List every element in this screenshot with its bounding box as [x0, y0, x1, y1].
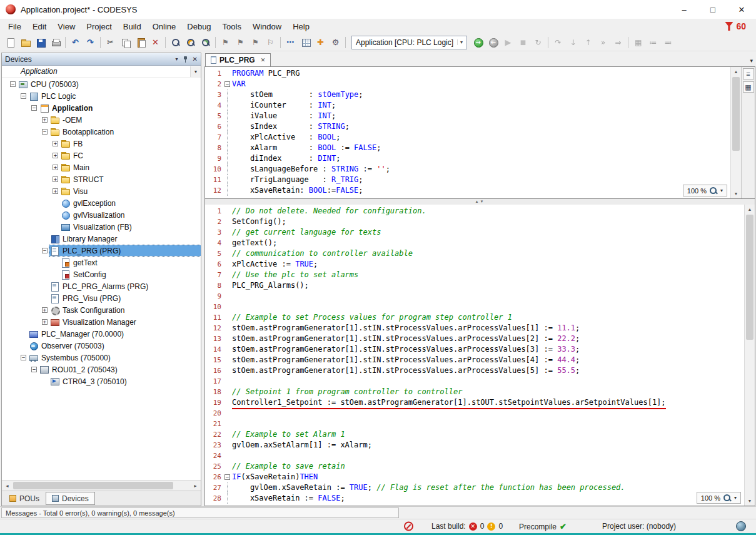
new-file-button[interactable]	[3, 35, 18, 49]
tree-item-task-configuration[interactable]: +Task Configuration	[2, 304, 201, 316]
tree-item-observer-705003[interactable]: Observer (705003)	[2, 340, 201, 352]
run-to-cursor-button[interactable]: »	[596, 35, 610, 49]
cut-button[interactable]: ✂	[103, 35, 118, 49]
tree-item-oem[interactable]: +-OEM	[2, 114, 201, 126]
tree-item-visu[interactable]: +Visu	[2, 185, 201, 197]
tree-item-fc[interactable]: +FC	[2, 150, 201, 161]
expand-icon[interactable]: +	[53, 165, 58, 170]
set-next-statement-button[interactable]: ⇒	[611, 35, 625, 49]
collapse-icon[interactable]: −	[10, 81, 16, 87]
tabular-view-button[interactable]: ▦	[743, 81, 754, 93]
expand-icon[interactable]: +	[53, 141, 58, 146]
menu-online[interactable]: Online	[147, 19, 182, 34]
menu-file[interactable]: File	[3, 19, 27, 34]
tab-list-dropdown-icon[interactable]: ▾	[750, 58, 753, 64]
devices-horizontal-scrollbar[interactable]: ◄ ►	[2, 480, 201, 491]
tree-item-visualization-manager[interactable]: +Visualization Manager	[2, 316, 201, 328]
collapse-icon[interactable]: −	[21, 355, 26, 360]
tree-item-plc-logic[interactable]: −PLC Logic	[2, 90, 201, 102]
fold-marker[interactable]: −	[224, 81, 230, 87]
start-button[interactable]: ▶	[501, 35, 515, 49]
editor-splitter[interactable]: ▲▼	[204, 199, 755, 205]
expand-icon[interactable]: +	[42, 307, 48, 313]
scroll-up-icon[interactable]: ▲	[731, 67, 741, 76]
chevron-down-icon[interactable]: ▾	[457, 39, 465, 45]
tree-item-visualization-fb[interactable]: Visualization (FB)	[2, 221, 201, 233]
tree-item-main[interactable]: +Main	[2, 161, 201, 173]
scroll-left-icon[interactable]: ◄	[2, 481, 13, 491]
fold-marker[interactable]: −	[224, 474, 230, 480]
delete-button[interactable]: ✕	[148, 35, 163, 49]
tree-item-application[interactable]: −Application	[2, 102, 201, 114]
open-project-button[interactable]	[18, 35, 33, 49]
collapse-icon[interactable]: −	[42, 248, 48, 253]
filter-badge-count[interactable]: 60	[736, 21, 746, 31]
maximize-button[interactable]: □	[698, 0, 727, 19]
expand-icon[interactable]: +	[42, 319, 48, 325]
tree-item-rou01-2-705043[interactable]: −ROU01_2 (705043)	[2, 364, 201, 375]
filter-funnel-icon[interactable]	[725, 22, 733, 31]
paste-button[interactable]	[133, 35, 148, 49]
zoom-control[interactable]: 100 % ▾	[697, 492, 741, 504]
tree-item-prg-visu-prg[interactable]: PRG_Visu (PRG)	[2, 292, 201, 304]
tab-plc-prg[interactable]: PLC_PRG ✕	[205, 53, 271, 66]
tree-item-plc-prg-alarms-prg[interactable]: PLC_PRG_Alarms (PRG)	[2, 280, 201, 292]
expand-icon[interactable]: +	[42, 117, 48, 123]
close-tab-icon[interactable]: ✕	[261, 57, 266, 63]
expand-icon[interactable]: +	[53, 153, 58, 158]
login-button[interactable]	[471, 35, 485, 49]
menu-debug[interactable]: Debug	[181, 19, 216, 34]
single-cycle-button[interactable]: ↻	[531, 35, 545, 49]
tree-item-gettext[interactable]: getText	[2, 257, 201, 268]
collapse-icon[interactable]: −	[31, 367, 37, 372]
tree-item-library-manager[interactable]: Library Manager	[2, 233, 201, 245]
implementation-vertical-scrollbar[interactable]: ▲ ▼	[744, 205, 755, 506]
build-button[interactable]: ⚙	[328, 35, 343, 49]
close-button[interactable]: ✕	[727, 0, 756, 19]
flow-control-button[interactable]: ▦	[631, 35, 645, 49]
new-object-button[interactable]: ✚	[313, 35, 328, 49]
redo-button[interactable]: ↷	[83, 35, 98, 49]
bookmark-next-button[interactable]: ⚑	[233, 35, 248, 49]
active-application-combo[interactable]: Application [CPU: PLC Logic]▾	[351, 36, 467, 49]
chevron-down-icon[interactable]: ▾	[720, 188, 723, 193]
scrollbar-thumb[interactable]	[13, 482, 173, 489]
expand-icon[interactable]: +	[53, 188, 58, 194]
input-assistant-button[interactable]: ⋯	[283, 35, 298, 49]
stop-button[interactable]: ■	[516, 35, 530, 49]
tab-devices[interactable]: Devices	[46, 492, 95, 505]
declarations-table-button[interactable]	[298, 35, 313, 49]
collapse-icon[interactable]: −	[42, 129, 48, 135]
menu-help[interactable]: Help	[287, 19, 315, 34]
bookmark-clear-button[interactable]: ⚐	[263, 35, 278, 49]
scroll-down-icon[interactable]: ▼	[731, 189, 741, 198]
scrollbar-thumb[interactable]	[746, 215, 753, 340]
collapse-icon[interactable]: −	[21, 93, 26, 99]
panel-menu-chevron-icon[interactable]: ▾	[176, 56, 178, 62]
tree-item-plc-manager-70-0000[interactable]: PLC_Manager (70.0000)	[2, 328, 201, 340]
step-into-button[interactable]: ↓	[566, 35, 580, 49]
tree-item-bootapplication[interactable]: −Bootapplication	[2, 126, 201, 138]
tree-item-cpu-705003[interactable]: −CPU (705003)	[2, 78, 201, 90]
chevron-down-icon[interactable]: ▾	[734, 495, 737, 501]
menu-view[interactable]: View	[52, 19, 81, 34]
replace-button[interactable]	[183, 35, 198, 49]
bookmark-toggle-button[interactable]: ⚑	[218, 35, 233, 49]
undo-button[interactable]: ↶	[68, 35, 83, 49]
tree-item-ctr04-3-705010[interactable]: CTR04_3 (705010)	[2, 375, 201, 387]
expand-icon[interactable]: +	[53, 176, 58, 182]
menu-tools[interactable]: Tools	[217, 19, 247, 34]
implementation-editor[interactable]: 1// Do not delete. Needed for configurat…	[205, 205, 744, 506]
chevron-down-icon[interactable]: ▾	[190, 66, 201, 77]
find-button[interactable]	[168, 35, 183, 49]
save-button[interactable]	[33, 35, 48, 49]
menu-edit[interactable]: Edit	[27, 19, 52, 34]
menu-build[interactable]: Build	[118, 19, 147, 34]
panel-close-icon[interactable]: ✕	[193, 56, 198, 63]
menu-project[interactable]: Project	[81, 19, 117, 34]
declaration-vertical-scrollbar[interactable]: ▲ ▼	[730, 67, 741, 198]
pin-icon[interactable]	[183, 56, 188, 63]
project-root-combo[interactable]: Application ▾	[2, 66, 201, 78]
device-tree[interactable]: −CPU (705003)−PLC Logic−Application+-OEM…	[2, 78, 201, 480]
scrollbar-thumb[interactable]	[732, 77, 740, 151]
